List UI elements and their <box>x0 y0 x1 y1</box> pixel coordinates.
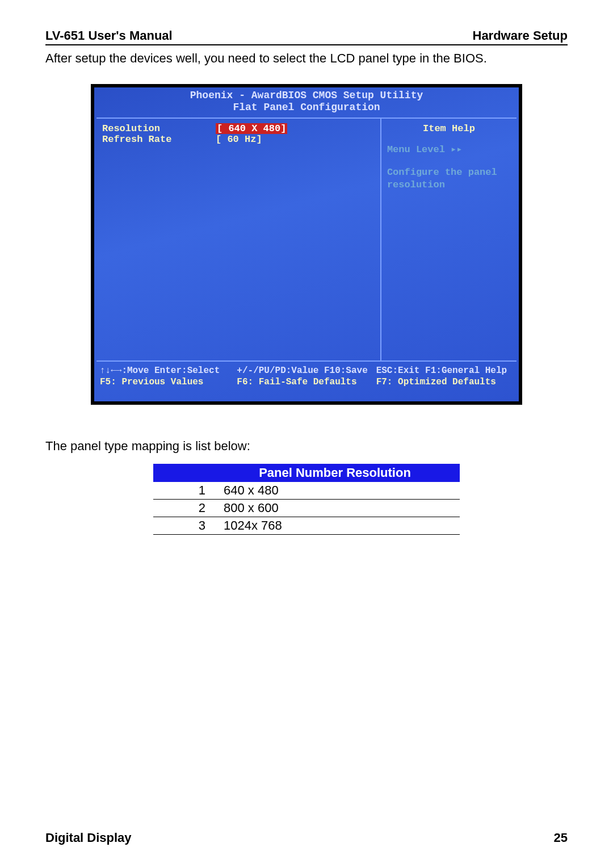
bios-footer-key-hint: F7: Optimized Defaults <box>376 376 513 388</box>
bios-setting-value[interactable]: [ 60 Hz] <box>216 134 262 145</box>
bios-setting-value-selected[interactable]: [ 640 X 480] <box>216 123 287 134</box>
page-number: 25 <box>554 831 568 845</box>
footer-section: Digital Display <box>45 831 132 845</box>
page-footer: Digital Display 25 <box>45 831 568 845</box>
bios-footer: ↑↓←→:Move Enter:Select F5: Previous Valu… <box>94 362 519 388</box>
bios-footer-key-hint: ESC:Exit F1:General Help <box>376 365 513 376</box>
intro-text: After setup the devices well, you need t… <box>45 50 568 67</box>
panel-number-cell: 1 <box>153 482 210 500</box>
panel-resolution-table: Panel Number Resolution 1 640 x 480 2 80… <box>153 464 460 535</box>
resolution-cell: 640 x 480 <box>210 482 460 500</box>
page-header: LV-651 User's Manual Hardware Setup <box>45 28 568 45</box>
bios-help-text: Configure the panel resolution <box>387 166 511 191</box>
manual-title: LV-651 User's Manual <box>45 28 173 43</box>
section-title: Hardware Setup <box>473 28 568 43</box>
bios-title-line2: Flat Panel Configuration <box>94 102 519 114</box>
bios-settings-pane: Resolution [ 640 X 480] Refresh Rate [ 6… <box>96 118 381 362</box>
bios-setting-label: Resolution <box>102 123 216 134</box>
table-header-blank <box>153 464 210 482</box>
bios-menu-level: Menu Level ▸▸ <box>387 143 511 155</box>
bios-setting-label: Refresh Rate <box>102 134 216 145</box>
bios-title-line1: Phoenix - AwardBIOS CMOS Setup Utility <box>94 90 519 102</box>
bios-screenshot: Phoenix - AwardBIOS CMOS Setup Utility F… <box>91 84 522 405</box>
bios-footer-key-hint: +/-/PU/PD:Value F10:Save <box>237 365 373 376</box>
table-header-row: Panel Number Resolution <box>153 464 460 482</box>
panel-number-cell: 2 <box>153 499 210 517</box>
resolution-cell: 1024x 768 <box>210 517 460 534</box>
bios-footer-key-hint: F6: Fail-Safe Defaults <box>237 376 373 388</box>
resolution-cell: 800 x 600 <box>210 499 460 517</box>
table-row: 1 640 x 480 <box>153 482 460 500</box>
bios-help-pane: Item Help Menu Level ▸▸ Configure the pa… <box>381 118 517 362</box>
bios-footer-key-hint: ↑↓←→:Move Enter:Select <box>100 365 237 376</box>
bios-help-title: Item Help <box>387 123 511 134</box>
bios-footer-key-hint: F5: Previous Values <box>100 376 237 388</box>
table-header-main: Panel Number Resolution <box>210 464 460 482</box>
panel-number-cell: 3 <box>153 517 210 534</box>
table-row: 2 800 x 600 <box>153 499 460 517</box>
table-row: 3 1024x 768 <box>153 517 460 534</box>
bios-title: Phoenix - AwardBIOS CMOS Setup Utility F… <box>94 87 519 114</box>
table-caption: The panel type mapping is list below: <box>45 439 568 454</box>
